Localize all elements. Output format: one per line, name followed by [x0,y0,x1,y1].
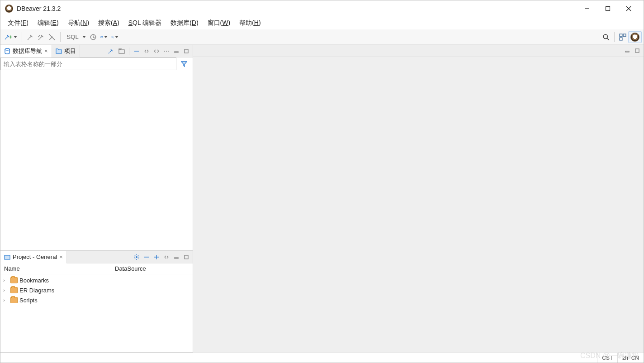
navigator-filter-input[interactable] [0,57,176,70]
svg-rect-30 [635,49,639,53]
editor-area [193,45,644,353]
menu-window[interactable]: 窗口(W) [204,18,234,29]
app-icon [5,5,13,13]
tab-database-navigator[interactable]: 数据库导航 × [0,45,52,57]
link-editor-button[interactable] [142,47,151,56]
tab-label: 数据库导航 [13,47,42,55]
tab-project-general[interactable]: Project - General × [0,251,67,263]
collapse-project-button[interactable] [142,253,151,262]
connect-button[interactable] [25,31,36,43]
maximize-view-button[interactable] [182,47,191,56]
menu-navigate[interactable]: 导航(N) [64,18,93,29]
menu-database[interactable]: 数据库(D) [167,18,202,29]
maximize-editor-button[interactable] [633,46,642,55]
tree-item-bookmarks[interactable]: › Bookmarks [0,275,193,285]
project-view: Project - General × Name DataSource [0,251,193,353]
minimize-view-button[interactable] [172,47,181,56]
disconnect-button[interactable] [36,31,47,43]
new-connection-button[interactable]: + [2,31,19,43]
database-icon [4,48,10,54]
chevron-right-icon: › [3,277,9,283]
column-name[interactable]: Name [0,265,111,272]
maximize-button[interactable] [597,2,618,15]
view-menu-button[interactable] [162,47,171,56]
svg-rect-29 [625,51,629,52]
svg-point-9 [603,34,607,38]
refresh-button[interactable] [152,47,161,56]
database-navigator-view: 数据库导航 × 项目 [0,45,193,251]
search-toolbar-button[interactable] [109,31,120,43]
menu-sql-editor[interactable]: SQL 编辑器 [125,18,165,29]
tree-item-er-diagrams[interactable]: › ER Diagrams [0,285,193,295]
add-button[interactable] [152,253,161,262]
sql-label: SQL [67,33,79,40]
minimize-project-button[interactable] [172,253,181,262]
svg-point-17 [164,51,165,52]
status-locale[interactable]: zh_CN [617,353,644,363]
tree-item-label: Scripts [19,297,38,304]
open-perspective-button[interactable] [617,31,628,43]
maximize-project-button[interactable] [182,253,191,262]
close-icon[interactable]: × [44,48,48,54]
sql-editor-button[interactable]: SQL [63,31,88,43]
transaction-button[interactable] [99,31,109,43]
folder-icon [10,287,18,293]
svg-rect-20 [175,52,178,53]
column-datasource[interactable]: DataSource [111,265,150,272]
status-bar: CST zh_CN [0,353,644,363]
tab-projects[interactable]: 项目 [52,45,80,57]
project-tree[interactable]: › Bookmarks › ER Diagrams › Scripts [0,274,193,352]
svg-rect-1 [606,7,610,11]
svg-point-19 [168,51,169,52]
svg-point-23 [136,256,137,258]
new-folder-button[interactable] [117,47,126,56]
collapse-all-button[interactable] [132,47,141,56]
svg-point-18 [166,51,167,52]
svg-rect-12 [623,34,626,37]
window-title: DBeaver 21.3.2 [17,5,61,12]
tree-item-label: Bookmarks [19,277,49,284]
folder-icon [10,297,18,303]
svg-rect-22 [5,255,10,259]
tree-item-scripts[interactable]: › Scripts [0,295,193,305]
menu-edit[interactable]: 编辑(E) [34,18,62,29]
project-icon [4,254,10,260]
editor-body [193,57,644,353]
svg-rect-11 [620,34,622,37]
svg-rect-13 [620,38,622,40]
close-icon[interactable]: × [59,253,63,260]
folder-icon [10,277,18,283]
menu-help[interactable]: 帮助(H) [236,18,264,29]
new-connection-mini-button[interactable] [106,47,115,56]
global-search-button[interactable] [601,31,611,43]
close-button[interactable] [618,2,639,15]
main-toolbar: + SQL [0,29,644,45]
commit-button[interactable] [88,31,99,43]
folder-icon [56,48,62,54]
dbeaver-perspective-button[interactable] [628,31,642,43]
minimize-button[interactable] [577,2,597,15]
toolbar-separator [60,32,61,42]
configure-button[interactable] [132,253,141,262]
svg-rect-27 [175,258,178,258]
menu-file[interactable]: 文件(F) [4,18,32,29]
svg-rect-15 [119,50,124,53]
project-columns: Name DataSource [0,263,193,274]
chevron-right-icon: › [3,297,9,303]
navigator-tree[interactable] [0,70,193,250]
tree-item-label: ER Diagrams [19,287,54,294]
disconnect-all-button[interactable] [47,31,57,43]
filter-button[interactable] [176,57,193,70]
svg-line-8 [113,37,114,38]
svg-point-7 [111,36,113,37]
svg-rect-28 [185,255,188,259]
minimize-editor-button[interactable] [623,46,632,55]
menu-search[interactable]: 搜索(A) [95,18,123,29]
status-timezone[interactable]: CST [597,353,617,363]
tab-label: Project - General [13,253,57,260]
editor-tab-bar [193,45,644,57]
link-project-button[interactable] [162,253,171,262]
svg-line-10 [607,38,609,40]
toolbar-separator [614,32,615,42]
tab-label: 项目 [64,47,76,55]
